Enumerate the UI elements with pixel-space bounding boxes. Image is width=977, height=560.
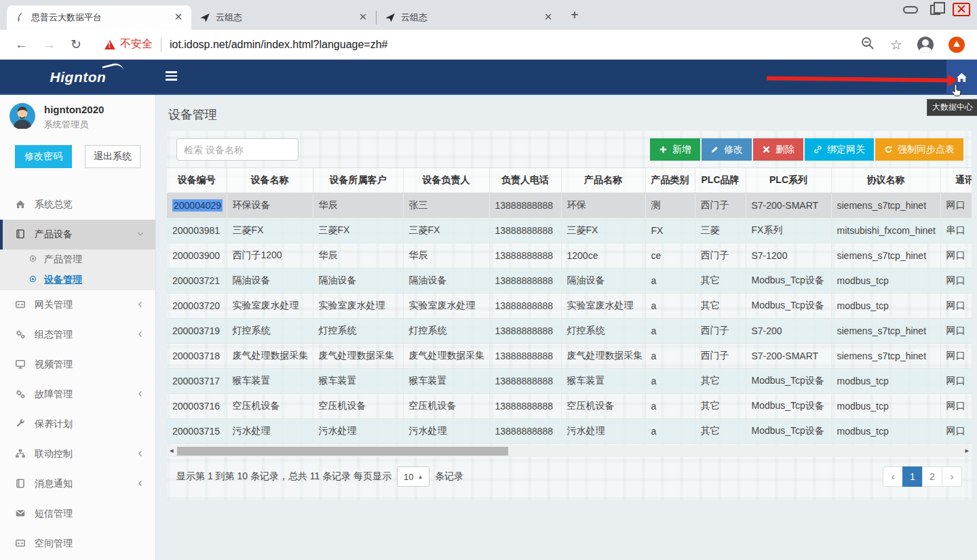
column-header[interactable]: 设备所属客户 xyxy=(313,168,403,193)
scroll-left-icon[interactable]: ◂ xyxy=(170,446,174,455)
horizontal-scrollbar[interactable]: ◂ ▸ xyxy=(168,445,970,457)
table-row[interactable]: 200003715污水处理污水处理污水处理13888888888污水处理a其它M… xyxy=(167,419,972,444)
extension-icon[interactable] xyxy=(949,37,965,53)
table-cell: 200003716 xyxy=(167,394,227,419)
column-header[interactable]: 产品类别 xyxy=(645,168,695,193)
tab-close-icon[interactable]: ✕ xyxy=(542,12,554,24)
action-button-修改[interactable]: 修改 xyxy=(702,138,752,161)
scrollbar-thumb[interactable] xyxy=(177,447,508,456)
menu-icon[interactable] xyxy=(166,71,177,81)
table-cell: 华辰 xyxy=(313,193,403,218)
page-size-select[interactable]: 10 ▲ xyxy=(397,466,429,487)
tab-title: 云组态 xyxy=(216,12,357,24)
reload-icon[interactable]: ↻ xyxy=(71,37,81,52)
browser-profile-icon[interactable] xyxy=(917,37,934,53)
table-cell: 13888888888 xyxy=(489,294,561,319)
url-text[interactable]: iot.idosp.net/admin/index.html?language=… xyxy=(170,39,388,51)
scroll-right-icon[interactable]: ▸ xyxy=(965,446,969,455)
table-row[interactable]: 200003718废气处理数据采集废气处理数据采集废气处理数据采集1388888… xyxy=(167,344,972,369)
column-header[interactable]: PLC品牌 xyxy=(695,168,746,193)
dot-circle-icon xyxy=(28,275,37,285)
column-header[interactable]: 通讯方式 xyxy=(940,168,972,193)
action-button-绑定网关[interactable]: 绑定网关 xyxy=(805,138,874,161)
new-tab-button[interactable]: + xyxy=(571,7,579,23)
page-button-1[interactable]: 1 xyxy=(902,466,923,487)
column-header[interactable]: 产品名称 xyxy=(561,168,645,193)
sidebar-item-消息通知[interactable]: 消息通知 xyxy=(0,469,155,499)
change-password-button[interactable]: 修改密码 xyxy=(15,145,72,168)
table-cell: 实验室废水处理 xyxy=(313,294,403,319)
table-row[interactable]: 200003720实验室废水处理实验室废水处理实验室废水处理1388888888… xyxy=(167,294,972,319)
table-row[interactable]: 200003717猴车装置猴车装置猴车装置13888888888猴车装置a其它M… xyxy=(167,369,972,394)
sidebar-item-保养计划[interactable]: 保养计划 xyxy=(0,409,155,439)
sidebar-item-故障管理[interactable]: 故障管理 xyxy=(0,380,155,409)
sidebar-subitem-产品管理[interactable]: 产品管理 xyxy=(0,249,155,270)
sidebar-item-空间管理[interactable]: 空间管理 xyxy=(0,529,155,559)
browser-tab[interactable]: 思普云大数据平台✕ xyxy=(7,5,191,30)
table-cell: a xyxy=(645,294,695,319)
column-header[interactable]: 设备编号 xyxy=(167,168,227,193)
action-button-强制同步点表[interactable]: 强制同步点表 xyxy=(875,138,963,161)
chevron-left-icon xyxy=(136,300,145,311)
table-cell: FX xyxy=(645,218,695,243)
page-button-‹[interactable]: ‹ xyxy=(883,466,903,487)
column-header[interactable]: PLC系列 xyxy=(746,168,831,193)
column-header[interactable]: 设备负责人 xyxy=(403,168,489,193)
username: hignton2020 xyxy=(44,104,104,115)
table-cell: 13888888888 xyxy=(489,394,561,419)
table-cell: 灯控系统 xyxy=(227,319,313,344)
device-panel: 新增修改删除绑定网关强制同步点表 设备编号设备名称设备所属客户设备负责人负责人电… xyxy=(167,131,972,500)
table-row[interactable]: 200003719灯控系统灯控系统灯控系统13888888888灯控系统a西门子… xyxy=(167,319,972,344)
sidebar-item-系统总览[interactable]: 系统总览 xyxy=(0,190,155,220)
table-cell: 污水处理 xyxy=(227,419,313,444)
sidebar-item-label: 保养计划 xyxy=(35,418,155,431)
sidebar-item-组态管理[interactable]: 组态管理 xyxy=(0,320,155,350)
forward-icon[interactable]: → xyxy=(43,37,56,52)
browser-tab[interactable]: 云组态✕ xyxy=(377,5,561,30)
table-row[interactable]: 200003716空压机设备空压机设备空压机设备13888888888空压机设备… xyxy=(167,394,972,419)
sidebar-item-短信管理[interactable]: 短信管理 xyxy=(0,499,155,529)
tab-close-icon[interactable]: ✕ xyxy=(357,12,369,24)
column-header[interactable]: 设备名称 xyxy=(227,168,313,193)
table-row[interactable]: 200003721隔油设备隔油设备隔油设备13888888888隔油设备a其它M… xyxy=(167,268,972,294)
tab-close-icon[interactable]: ✕ xyxy=(172,12,185,24)
table-row[interactable]: 200004029环保设备华辰张三13888888888环保测西门子S7-200… xyxy=(167,193,972,218)
security-chip[interactable]: 不安全 xyxy=(104,37,153,52)
table-cell: 网口 xyxy=(940,268,972,294)
table-cell: 西门子 xyxy=(695,193,746,218)
sidebar-item-视频管理[interactable]: 视频管理 xyxy=(0,350,155,380)
minimize-icon[interactable] xyxy=(903,6,918,14)
action-button-label: 强制同步点表 xyxy=(898,144,955,156)
table-row[interactable]: 200003900西门子1200华辰华辰138888888881200cece西… xyxy=(167,243,972,268)
action-button-新增[interactable]: 新增 xyxy=(650,138,700,161)
back-icon[interactable]: ← xyxy=(15,37,28,52)
table-cell: 其它 xyxy=(695,419,746,444)
column-header[interactable]: 协议名称 xyxy=(831,168,940,193)
sidebar: hignton2020 系统管理员 修改密码 退出系统 系统总览产品设备产品管理… xyxy=(0,95,156,560)
bookmark-star-icon[interactable]: ☆ xyxy=(890,37,902,53)
page-button-›[interactable]: › xyxy=(942,466,962,487)
table-cell: 隔油设备 xyxy=(403,268,489,294)
sidebar-item-网关管理[interactable]: 网关管理 xyxy=(0,290,155,320)
table-cell: 网口 xyxy=(940,369,972,394)
action-button-删除[interactable]: 删除 xyxy=(753,138,803,161)
search-input[interactable] xyxy=(176,138,299,161)
sidebar-item-联动控制[interactable]: 联动控制 xyxy=(0,439,155,469)
table-cell: 13888888888 xyxy=(489,319,561,344)
column-header[interactable]: 负责人电话 xyxy=(489,168,561,193)
sidebar-item-产品设备[interactable]: 产品设备 xyxy=(0,220,155,249)
brand-logo[interactable]: Hignton xyxy=(0,60,156,95)
close-window-icon[interactable]: ✕ xyxy=(953,3,970,16)
sidebar-subitem-设备管理[interactable]: 设备管理 xyxy=(0,270,155,290)
table-cell: 网口 xyxy=(940,344,972,369)
avatar[interactable] xyxy=(9,103,35,132)
browser-tab[interactable]: 云组态✕ xyxy=(191,5,376,30)
page-button-2[interactable]: 2 xyxy=(922,466,942,487)
gears-icon xyxy=(15,388,26,401)
zoom-out-icon[interactable] xyxy=(860,36,875,54)
table-row[interactable]: 200003981三菱FX三菱FX三菱FX13888888888三菱FXFX三菱… xyxy=(167,218,972,243)
restore-icon[interactable] xyxy=(930,5,940,15)
table-cell: a xyxy=(645,369,695,394)
table-cell: 1200ce xyxy=(561,243,645,268)
logout-button[interactable]: 退出系统 xyxy=(85,145,140,168)
